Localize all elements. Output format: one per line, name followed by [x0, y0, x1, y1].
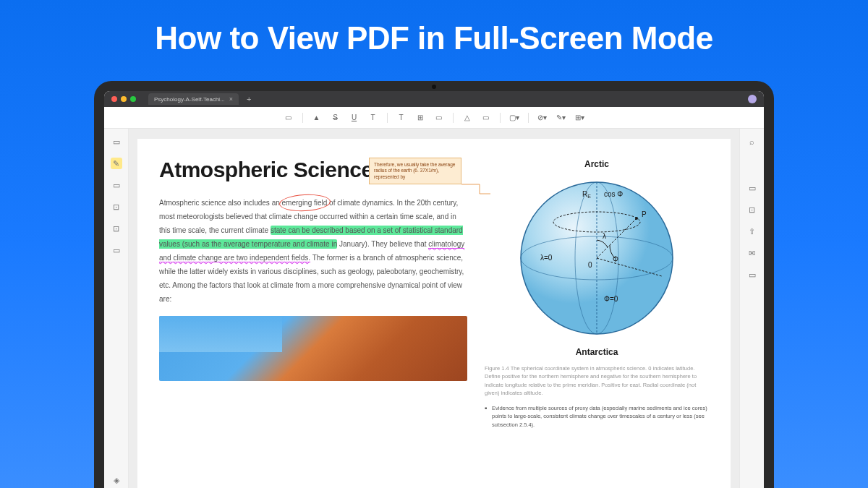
layers-icon[interactable]: ◈ [111, 474, 122, 486]
figure-caption: Figure 1.4 The spherical coordinate syst… [485, 364, 709, 397]
text-tool-icon[interactable]: T [396, 113, 407, 123]
share-icon[interactable]: ⇧ [746, 226, 758, 237]
window-titlebar: Psychology-A-Self-Teachi... × + [104, 91, 764, 107]
separator [387, 113, 388, 123]
svg-text:cos Φ: cos Φ [604, 190, 623, 198]
document-tab[interactable]: Psychology-A-Self-Teachi... × [148, 93, 239, 105]
main-toolbar: ▭ ▲ S U T T ⊞ ▭ △ ▭ ▢▾ ⊘▾ ✎▾ ⊞▾ [104, 107, 764, 129]
close-window-button[interactable] [111, 96, 117, 102]
globe-top-label: Arctic [485, 159, 709, 169]
right-sidebar: ⌕ ▭ ⊡ ⇧ ✉ ▭ 💬 [739, 129, 764, 488]
note-tool-icon[interactable]: ▭ [284, 113, 294, 123]
camera-notch [432, 85, 436, 89]
app-window: Psychology-A-Self-Teachi... × + ▭ ▲ S U … [104, 91, 764, 488]
tab-title: Psychology-A-Self-Teachi... [154, 96, 225, 103]
callout-tool-icon[interactable]: ▭ [434, 113, 444, 123]
banner-title: How to View PDF in Full-Screen Mode [0, 0, 868, 56]
left-column: Atmospheric Science Atmospheric science … [159, 158, 467, 488]
svg-text:λ: λ [603, 232, 606, 240]
circled-annotation[interactable]: emerging field [282, 196, 328, 210]
crop-tool-icon[interactable]: ⊡ [111, 223, 122, 234]
pdf-page: Therefore, we usually take the average r… [137, 139, 731, 488]
highlight-tool-icon[interactable]: ▲ [312, 113, 322, 123]
print-icon[interactable]: ⊡ [746, 204, 758, 215]
edit-mode-icon[interactable]: ▭ [111, 179, 122, 191]
annotate-mode-icon[interactable]: ✎ [111, 158, 122, 169]
separator [302, 113, 303, 123]
email-icon[interactable]: ✉ [746, 247, 758, 259]
pencil-tool-icon[interactable]: △ [462, 113, 472, 123]
body-text: January). They believe that [337, 240, 428, 248]
left-sidebar: ▭ ✎ ▭ ⊡ ⊡ ▭ ◈ ▯ [104, 129, 129, 488]
thumbnails-icon[interactable]: ▭ [111, 136, 122, 147]
body-paragraph: Atmospheric science also includes an eme… [159, 196, 467, 306]
svg-text:Φ: Φ [613, 255, 618, 263]
text-style-tool-icon[interactable]: T [368, 113, 378, 123]
sticky-note[interactable]: Therefore, we usually take the average r… [369, 158, 461, 184]
body-text: Atmospheric science also includes an [159, 199, 282, 207]
underline-tool-icon[interactable]: U [349, 113, 359, 123]
signature-tool-icon[interactable]: ✎▾ [556, 113, 566, 123]
ocr-tool-icon[interactable]: ⊡ [111, 201, 122, 213]
user-avatar[interactable] [748, 95, 757, 103]
search-icon[interactable]: ⌕ [746, 136, 758, 147]
separator [500, 113, 501, 123]
strikethrough-tool-icon[interactable]: S [331, 113, 341, 123]
document-image [159, 316, 467, 381]
form-tool-icon[interactable]: ▭ [111, 244, 122, 256]
svg-point-7 [635, 217, 638, 220]
note-connector-arrow [461, 181, 490, 195]
document-area[interactable]: Therefore, we usually take the average r… [129, 129, 739, 488]
svg-text:P: P [642, 210, 647, 218]
globe-diagram: RE cos Φ λ P λ=0 0 Φ Φ=0 [510, 175, 684, 341]
eraser-tool-icon[interactable]: ▭ [481, 113, 491, 123]
separator [528, 113, 529, 123]
globe-bottom-label: Antarctica [485, 347, 709, 357]
globe-figure: Arctic [485, 159, 709, 357]
shape-tool-icon[interactable]: ▢▾ [509, 113, 519, 123]
stamp-tool-icon[interactable]: ⊘▾ [537, 113, 548, 123]
separator [453, 113, 454, 123]
maximize-window-button[interactable] [130, 96, 136, 102]
svg-text:λ=0: λ=0 [540, 254, 553, 262]
svg-text:Φ=0: Φ=0 [604, 295, 618, 303]
new-tab-button[interactable]: + [247, 95, 251, 103]
export-icon[interactable]: ▭ [746, 269, 758, 281]
minimize-window-button[interactable] [121, 96, 127, 102]
save-icon[interactable]: ▭ [746, 182, 758, 194]
svg-text:0: 0 [588, 261, 592, 269]
attachment-tool-icon[interactable]: ⊞▾ [575, 113, 585, 123]
tab-close-icon[interactable]: × [229, 95, 233, 103]
textbox-tool-icon[interactable]: ⊞ [415, 113, 425, 123]
laptop-frame: Psychology-A-Self-Teachi... × + ▭ ▲ S U … [94, 81, 774, 488]
bullet-list-item: Evidence from multiple sources of proxy … [485, 404, 709, 429]
workspace: ▭ ✎ ▭ ⊡ ⊡ ▭ ◈ ▯ Therefore, we usually ta… [104, 129, 764, 488]
right-column: Arctic [485, 158, 709, 488]
